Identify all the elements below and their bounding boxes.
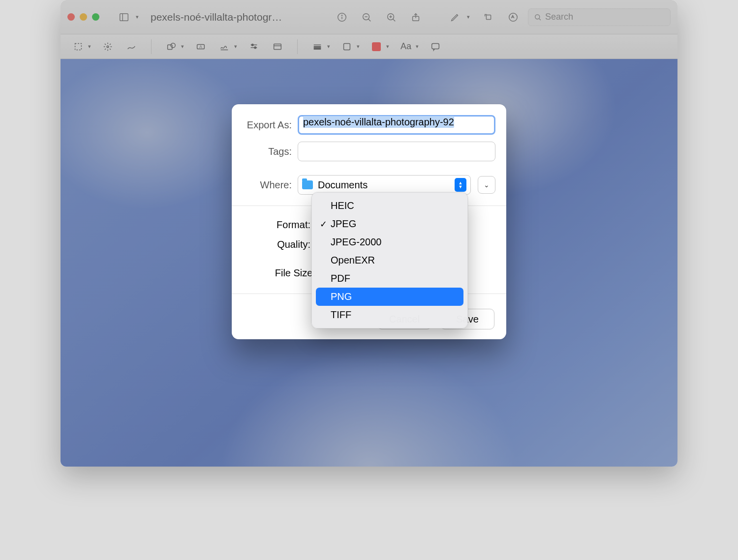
quality-label: Quality: — [261, 239, 315, 250]
window-controls — [67, 13, 99, 21]
svg-line-18 — [539, 19, 541, 20]
svg-rect-0 — [120, 13, 128, 21]
document-title: pexels-noé-villalta-photogr… — [151, 11, 282, 23]
rotate-icon[interactable] — [479, 7, 498, 27]
svg-line-9 — [393, 19, 396, 21]
chevron-down-icon[interactable]: ▾ — [416, 43, 419, 50]
fill-color-icon[interactable] — [366, 38, 387, 56]
instant-alpha-icon[interactable] — [97, 38, 119, 56]
chevron-down-icon[interactable]: ▾ — [136, 14, 139, 20]
text-tool-icon[interactable]: A — [190, 38, 212, 56]
export-as-value: pexels-noé-villalta-photography-92 — [303, 116, 454, 128]
shapes-icon[interactable] — [160, 38, 182, 56]
share-icon[interactable] — [406, 7, 426, 27]
format-menu-item[interactable]: PDF — [316, 269, 463, 288]
sign-tool-icon[interactable] — [214, 38, 235, 56]
svg-line-28 — [110, 44, 111, 45]
svg-line-25 — [105, 44, 106, 45]
line-style-icon[interactable] — [307, 38, 328, 56]
svg-line-26 — [110, 48, 111, 49]
chevron-down-icon[interactable]: ▾ — [467, 14, 470, 20]
info-icon[interactable] — [332, 7, 352, 27]
sidebar-toggle-icon[interactable] — [114, 7, 134, 27]
folder-icon — [302, 180, 313, 189]
chevron-down-icon[interactable]: ▾ — [357, 43, 360, 50]
svg-point-17 — [535, 14, 540, 19]
svg-rect-38 — [274, 44, 281, 49]
where-label: Where: — [243, 179, 298, 191]
app-window: ▾ pexels-noé-villalta-photogr… ▾ Search … — [61, 0, 677, 467]
svg-text:A: A — [199, 44, 202, 49]
format-label: Format: — [261, 219, 315, 231]
border-color-icon[interactable] — [336, 38, 358, 56]
expand-dialog-button[interactable]: ⌄ — [478, 176, 495, 194]
zoom-out-icon[interactable] — [357, 7, 376, 27]
where-popup[interactable]: Documents ▲▼ — [298, 175, 471, 195]
chevron-down-icon[interactable]: ▾ — [327, 43, 330, 50]
markup-toolbar: ▾ ▾ A ▾ ▾ ▾ ▾ Aa▾ — [61, 34, 677, 59]
updown-stepper-icon: ▲▼ — [455, 178, 466, 192]
format-menu-item[interactable]: OpenEXR — [316, 251, 463, 269]
text-style-icon[interactable]: Aa — [395, 38, 417, 56]
markup-toggle-icon[interactable] — [503, 7, 523, 27]
search-placeholder: Search — [545, 12, 573, 22]
sketch-tool-icon[interactable] — [121, 38, 142, 56]
export-as-field[interactable]: pexels-noé-villalta-photography-92 — [298, 115, 495, 135]
svg-point-20 — [107, 46, 109, 48]
format-menu[interactable]: HEICJPEGJPEG-2000OpenEXRPDFPNGTIFF — [311, 192, 468, 328]
format-menu-item[interactable]: PNG — [316, 288, 463, 306]
titlebar: ▾ pexels-noé-villalta-photogr… ▾ Search — [61, 0, 677, 34]
where-value: Documents — [318, 179, 368, 191]
format-menu-item[interactable]: HEIC — [316, 197, 463, 215]
minimize-window-button[interactable] — [80, 13, 87, 21]
export-as-label: Export As: — [243, 119, 298, 131]
zoom-in-icon[interactable] — [381, 7, 401, 27]
annotate-icon[interactable] — [425, 38, 446, 56]
format-menu-item[interactable]: JPEG — [316, 215, 463, 233]
chevron-down-icon[interactable]: ▾ — [234, 43, 237, 50]
close-window-button[interactable] — [67, 13, 75, 21]
chevron-down-icon: ⌄ — [484, 181, 490, 189]
svg-rect-43 — [344, 43, 350, 50]
svg-point-36 — [251, 44, 253, 46]
svg-point-30 — [171, 43, 175, 47]
adjust-color-icon[interactable] — [243, 38, 265, 56]
chevron-down-icon[interactable]: ▾ — [181, 43, 184, 50]
search-field[interactable]: Search — [528, 8, 671, 26]
svg-line-6 — [369, 19, 371, 21]
chevron-down-icon[interactable]: ▾ — [386, 43, 389, 50]
markup-pencil-icon[interactable] — [445, 7, 465, 27]
svg-rect-14 — [486, 15, 491, 19]
svg-rect-44 — [432, 43, 439, 49]
chevron-down-icon[interactable]: ▾ — [88, 43, 91, 50]
svg-point-37 — [254, 47, 256, 49]
svg-point-4 — [341, 15, 342, 15]
format-menu-item[interactable]: TIFF — [316, 306, 463, 324]
tags-field[interactable] — [298, 142, 495, 161]
svg-line-27 — [105, 48, 106, 49]
zoom-window-button[interactable] — [92, 13, 99, 21]
selection-tool-icon[interactable] — [67, 38, 89, 56]
tags-label: Tags: — [243, 146, 298, 157]
adjust-size-icon[interactable] — [267, 38, 288, 56]
svg-rect-19 — [75, 43, 82, 50]
format-menu-item[interactable]: JPEG-2000 — [316, 233, 463, 251]
